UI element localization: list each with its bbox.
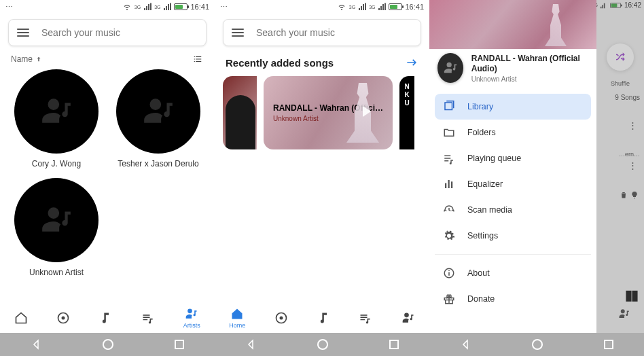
list-view-icon[interactable]	[192, 54, 204, 64]
search-bar[interactable]	[223, 19, 421, 46]
net-label-2: 3G	[369, 5, 375, 10]
tab-home[interactable]: Home	[229, 307, 245, 329]
artist-avatar	[116, 69, 200, 154]
svg-point-1	[62, 317, 65, 320]
recent-card[interactable]: RANDALL - Wahran (Offici… Unknown Artist	[264, 76, 393, 149]
home-nav-icon[interactable]	[102, 338, 114, 351]
recents-icon[interactable]	[174, 339, 185, 350]
tab-albums[interactable]	[99, 311, 112, 325]
home-nav-icon[interactable]	[317, 338, 329, 351]
search-input[interactable]	[40, 26, 198, 39]
recent-cards[interactable]: RANDALL - Wahran (Offici… Unknown Artist…	[215, 76, 429, 149]
menu-queue[interactable]: Playing queue	[435, 145, 591, 171]
scrim: 3G 3G 16:42 Shuffle 9 Songs ⋮ …ern… ⋮ ▮▮	[596, 0, 644, 356]
menu-settings[interactable]: Settings	[435, 223, 591, 249]
more-icon[interactable]: ⋮	[628, 160, 644, 171]
trash-icon[interactable]	[620, 191, 628, 199]
artists-grid: Cory J. Wong Tesher x Jason Derulo Unkno…	[0, 69, 215, 287]
status-time: 16:41	[190, 3, 209, 11]
arrow-right-icon[interactable]	[405, 56, 418, 69]
status-bar: ⋯ 3G 3G 16:41	[0, 0, 215, 14]
battery-icon	[389, 3, 402, 10]
menu-library[interactable]: Library	[435, 94, 591, 120]
svg-rect-3	[175, 340, 183, 349]
artist-item[interactable]: Unknown Artist	[5, 178, 107, 277]
note-icon	[317, 311, 330, 325]
signal-icon-2	[163, 3, 171, 11]
artist-avatar	[14, 178, 99, 262]
tab-home-label: Home	[229, 322, 245, 329]
net-label-2: 3G	[154, 5, 160, 10]
tab-albums[interactable]	[317, 311, 330, 325]
tab-songs[interactable]	[274, 311, 288, 325]
artist-name: Cory J. Wong	[5, 159, 107, 168]
menu-equalizer[interactable]: Equalizer	[435, 171, 591, 197]
home-nav-icon[interactable]	[531, 338, 543, 351]
menu-icon[interactable]	[232, 26, 244, 39]
tab-artists[interactable]: Artists	[183, 307, 200, 329]
recent-card-prev[interactable]	[223, 76, 257, 149]
card3-line: K	[404, 91, 409, 99]
pause-icon[interactable]: ▮▮	[625, 287, 637, 303]
drawer-menu: Library Folders Playing queue Equalizer …	[429, 91, 596, 315]
svg-rect-7	[390, 340, 398, 349]
net-label: 3G	[349, 5, 355, 10]
artist-tab-icon[interactable]	[618, 308, 630, 322]
tab-playlists[interactable]	[141, 311, 155, 325]
recent-card-next[interactable]: N K U	[399, 76, 414, 149]
note-icon	[99, 311, 112, 325]
more-icon[interactable]: ⋮	[628, 120, 644, 130]
shuffle-button[interactable]	[607, 43, 634, 71]
nav-drawer: RANDALL - Wahran (Official Audio) Unknow…	[429, 0, 596, 356]
tab-home[interactable]	[14, 311, 28, 325]
artist-name: Tesher x Jason Derulo	[107, 159, 209, 168]
menu-donate[interactable]: Donate	[435, 286, 591, 312]
android-nav	[215, 333, 429, 356]
drawer-header-art	[429, 0, 596, 49]
back-icon[interactable]	[30, 338, 42, 351]
status-more-icon: ⋯	[220, 3, 228, 12]
status-time: 16:41	[405, 3, 424, 11]
menu-scan[interactable]: Scan media	[435, 197, 591, 223]
menu-label: Settings	[467, 231, 498, 241]
menu-folders[interactable]: Folders	[435, 120, 591, 145]
signal-icon	[358, 3, 366, 11]
now-playing-art	[437, 53, 463, 83]
now-playing-title: RANDALL - Wahran (Official Audio)	[471, 54, 588, 74]
bulb-icon[interactable]	[630, 191, 639, 199]
android-nav	[0, 333, 215, 356]
menu-about[interactable]: About	[435, 260, 591, 286]
folder-icon	[443, 126, 455, 139]
signal-icon-2	[378, 3, 386, 11]
person-note-icon	[443, 60, 458, 75]
tab-playlists[interactable]	[359, 311, 372, 325]
recents-icon[interactable]	[389, 339, 399, 350]
arrow-up-icon	[35, 56, 42, 63]
menu-label: Scan media	[467, 205, 512, 215]
tab-artists-label: Artists	[183, 322, 200, 329]
artist-item[interactable]: Tesher x Jason Derulo	[107, 69, 209, 168]
panel-artists: ⋯ 3G 3G 16:41 Name Cory J. Wong	[0, 0, 215, 356]
artist-avatar	[14, 69, 99, 154]
truncated-label: …ern…	[596, 151, 644, 158]
back-icon[interactable]	[459, 338, 471, 351]
battery-icon	[174, 3, 187, 10]
svg-point-5	[279, 317, 283, 320]
play-icon[interactable]	[363, 106, 371, 117]
card3-line: N	[404, 83, 409, 91]
back-icon[interactable]	[245, 338, 257, 351]
sort-button[interactable]: Name	[11, 54, 42, 64]
status-more-icon: ⋯	[5, 3, 13, 12]
now-playing[interactable]: RANDALL - Wahran (Official Audio) Unknow…	[429, 49, 596, 91]
search-input[interactable]	[255, 26, 412, 39]
search-bar[interactable]	[8, 19, 207, 46]
recents-icon[interactable]	[603, 339, 614, 350]
tab-songs[interactable]	[56, 311, 70, 325]
menu-icon[interactable]	[17, 26, 29, 39]
shuffle-label: Shuffle	[611, 80, 630, 87]
status-bar: ⋯ 3G 3G 16:41	[215, 0, 429, 14]
tab-artists[interactable]	[401, 311, 415, 325]
artist-item[interactable]: Cory J. Wong	[5, 69, 107, 168]
gear-icon	[443, 230, 455, 242]
wifi-icon	[122, 3, 132, 11]
